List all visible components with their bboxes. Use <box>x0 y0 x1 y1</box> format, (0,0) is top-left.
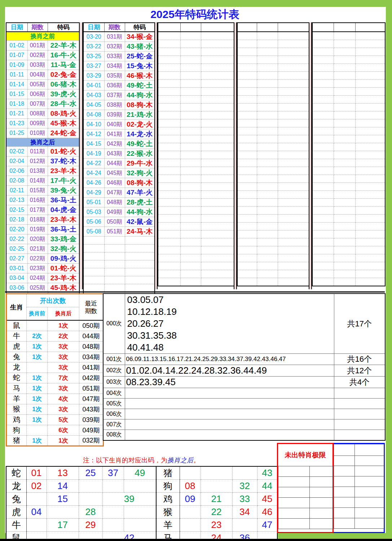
stats-zodiac-cell: 狗 <box>6 425 27 435</box>
table-row <box>158 159 234 167</box>
grid-cell <box>310 466 333 477</box>
empty-cell <box>180 119 201 127</box>
mapleft-body: 蛇0113253749龙0214兔1539虎0428牛1729鼠42 <box>6 466 156 541</box>
code-cell: 43-猪-水 <box>125 42 155 52</box>
empty-cell <box>334 191 355 199</box>
period-cell: 046期 <box>104 178 125 188</box>
empty-cell <box>312 88 334 96</box>
empty-cell <box>201 32 234 40</box>
mapping-number-cell: 43 <box>257 466 277 480</box>
col-header-date: 日期 <box>6 23 27 32</box>
empty-cell <box>278 167 309 175</box>
empty-cell <box>257 72 278 80</box>
empty-cell <box>201 64 234 72</box>
empty-cell <box>104 237 125 245</box>
table-row <box>312 230 385 238</box>
empty-cell <box>278 262 309 270</box>
empty-cell <box>180 270 201 278</box>
times-label: 000次 <box>103 294 125 354</box>
table-row <box>158 151 234 159</box>
table-row: 04-01036期49-蛇-土 <box>83 81 155 91</box>
empty-cell <box>201 88 234 96</box>
empty-cell <box>257 111 278 119</box>
empty-cell <box>278 230 309 238</box>
mapping-number-cell: 23 <box>201 519 232 532</box>
grid-cell <box>310 487 333 498</box>
table-row: 01-18007期28-牛-水 <box>6 99 79 109</box>
empty-cell <box>278 254 309 262</box>
table-row <box>312 119 385 127</box>
empty-cell <box>237 143 257 151</box>
code-cell: 21-鸡-水 <box>125 110 155 120</box>
period-cell: 033期 <box>104 52 125 61</box>
empty-cell <box>104 245 125 252</box>
date-cell: 01-21 <box>6 109 27 119</box>
stats-header-recent-line1: 最近 <box>79 300 103 307</box>
stats-before-count-cell: 1次 <box>27 404 48 414</box>
date-cell: 03-27 <box>83 61 104 71</box>
empty-cell <box>334 151 355 159</box>
table-row <box>312 104 385 111</box>
column-separator <box>154 22 158 289</box>
empty-cell <box>83 268 104 276</box>
period-cell: 038期 <box>104 100 125 110</box>
stats-header-recent-line2: 期数 <box>79 307 103 315</box>
empty-cell <box>201 238 234 246</box>
empty-cell <box>180 88 201 96</box>
code-cell: 15-兔-木 <box>125 61 155 71</box>
empty-cell <box>201 254 234 262</box>
period-cell: 039期 <box>104 110 125 120</box>
grid-cell <box>310 519 333 529</box>
stats-recent-period-cell: 041期 <box>79 362 103 373</box>
period-cell: 047期 <box>104 188 125 198</box>
code-cell: 34-猴-金 <box>125 32 155 42</box>
empty-cell <box>257 223 278 230</box>
table-row <box>334 518 384 529</box>
stats-recent-period-cell: 044期 <box>79 331 103 341</box>
unseen-zodiac-limit-box: 未出特肖极限 <box>277 443 334 533</box>
grid-cell <box>278 498 310 508</box>
empty-cell <box>334 262 355 270</box>
table-row <box>278 498 333 508</box>
empty-cell <box>180 32 201 40</box>
empty-cell <box>158 223 180 230</box>
table-row: 虎1次3次048期 <box>6 341 103 352</box>
code-cell: 47-羊-火 <box>125 188 155 198</box>
empty-cell <box>257 183 278 191</box>
empty-header <box>355 23 385 32</box>
empty-cell <box>278 135 309 143</box>
table-row <box>83 252 155 260</box>
mapping-number-cell: 21 <box>201 493 232 506</box>
table-row: 羊1次4次047期 <box>6 393 103 404</box>
empty-cell <box>180 127 201 135</box>
right-box-grid <box>334 444 384 529</box>
empty-cell <box>312 254 334 262</box>
empty-cell <box>237 199 257 207</box>
stats-before-count-cell: 1次 <box>27 435 48 446</box>
empty-cell <box>355 104 385 111</box>
empty-cell <box>355 223 385 230</box>
period-cell: 014期 <box>27 176 48 186</box>
period-cell: 019期 <box>27 225 48 234</box>
empty-cell <box>104 260 125 268</box>
code-cell: 33-鸡-金 <box>48 234 79 244</box>
total-count-cell <box>334 399 385 409</box>
empty-cell <box>355 230 385 238</box>
table-row <box>312 238 385 246</box>
empty-cell <box>158 119 180 127</box>
table-row <box>158 72 234 80</box>
grid-cell <box>278 477 310 487</box>
empty-cell <box>237 167 257 175</box>
code-cell: 28-虎-土 <box>125 198 155 207</box>
empty-cell <box>180 159 201 167</box>
table-row <box>334 456 384 466</box>
empty-cell <box>334 278 355 286</box>
empty-cell <box>125 284 155 292</box>
column-separator <box>309 22 312 289</box>
stats-before-count-cell <box>27 425 48 435</box>
empty-cell <box>334 119 355 127</box>
date-cell: 04-12 <box>83 129 104 139</box>
empty-cell <box>180 135 201 143</box>
empty-cell <box>201 151 234 159</box>
table-row <box>237 151 309 159</box>
